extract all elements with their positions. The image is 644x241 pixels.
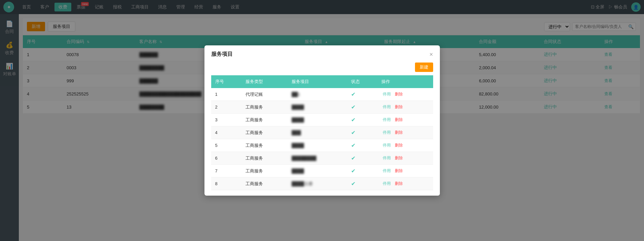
- modal-cell-item: ████: [288, 139, 347, 152]
- modal-header-row: 序号 服务类型 服务项目 状态 操作: [211, 75, 433, 88]
- stop-button[interactable]: 停用: [381, 104, 392, 110]
- modal-cell-action: 停用 删除: [377, 126, 433, 139]
- modal-col-id: 序号: [211, 75, 241, 88]
- modal-cell-id: 7: [211, 165, 241, 177]
- modal-cell-type: 工商服务: [241, 139, 288, 152]
- delete-button[interactable]: 删除: [393, 104, 404, 110]
- modal-overlay[interactable]: 服务项目 × 新建 序号 服务类型 服务项目 状态 操作 1 代理记账: [0, 0, 644, 241]
- delete-button[interactable]: 删除: [393, 130, 404, 135]
- modal-cell-action: 停用 删除: [377, 88, 433, 101]
- modal-col-item: 服务项目: [288, 75, 347, 88]
- modal-cell-action: 停用 删除: [377, 165, 433, 177]
- modal-new-button[interactable]: 新建: [415, 63, 433, 72]
- modal-cell-type: 工商服务: [241, 165, 288, 177]
- delete-button[interactable]: 删除: [393, 181, 404, 187]
- modal-cell-id: 8: [211, 177, 241, 190]
- modal-table-row: 7 工商服务 ████ ✔ 停用 删除: [211, 165, 433, 177]
- modal-col-type: 服务类型: [241, 75, 288, 88]
- modal-table-row: 5 工商服务 ████ ✔ 停用 删除: [211, 139, 433, 152]
- modal-cell-type: 代理记账: [241, 88, 288, 101]
- modal-cell-action: 停用 删除: [377, 177, 433, 190]
- modal-cell-type: 工商服务: [241, 177, 288, 190]
- modal-cell-status: ✔: [347, 126, 377, 139]
- delete-button[interactable]: 删除: [393, 155, 404, 161]
- modal-cell-id: 1: [211, 88, 241, 101]
- modal-col-action: 操作: [377, 75, 433, 88]
- modal-cell-type: 工商服务: [241, 152, 288, 165]
- modal-cell-action: 停用 删除: [377, 114, 433, 126]
- modal-table-row: 2 工商服务 ████ ✔ 停用 删除: [211, 101, 433, 114]
- modal-cell-action: 停用 删除: [377, 152, 433, 165]
- modal-cell-status: ✔: [347, 177, 377, 190]
- modal-cell-item: ████: [288, 114, 347, 126]
- delete-button[interactable]: 删除: [393, 168, 404, 174]
- delete-button[interactable]: 删除: [393, 143, 404, 148]
- modal-table-row: 6 工商服务 ████████ ✔ 停用 删除: [211, 152, 433, 165]
- modal-header: 服务项目 ×: [204, 45, 440, 61]
- modal-cell-status: ✔: [347, 114, 377, 126]
- modal-cell-type: 工商服务: [241, 101, 288, 114]
- modal-cell-status: ✔: [347, 139, 377, 152]
- modal-cell-status: ✔: [347, 101, 377, 114]
- modal-cell-item: ████: [288, 165, 347, 177]
- modal-table-row: 1 代理记账 ██1 ✔ 停用 删除: [211, 88, 433, 101]
- modal-cell-status: ✔: [347, 88, 377, 101]
- modal-cell-action: 停用 删除: [377, 101, 433, 114]
- modal-cell-action: 停用 删除: [377, 139, 433, 152]
- modal-close-button[interactable]: ×: [429, 51, 433, 57]
- modal-col-status: 状态: [347, 75, 377, 88]
- modal-cell-type: 工商服务: [241, 126, 288, 139]
- service-items-table: 序号 服务类型 服务项目 状态 操作 1 代理记账 ██1 ✔ 停用 删除 2 …: [211, 75, 433, 190]
- modal-toolbar: 新建: [204, 61, 440, 75]
- modal-cell-status: ✔: [347, 165, 377, 177]
- modal-cell-item: ████: [288, 101, 347, 114]
- stop-button[interactable]: 停用: [381, 143, 392, 148]
- service-modal: 服务项目 × 新建 序号 服务类型 服务项目 状态 操作 1 代理记账: [204, 45, 440, 196]
- stop-button[interactable]: 停用: [381, 181, 392, 187]
- modal-cell-item: ██1: [288, 88, 347, 101]
- modal-body: 序号 服务类型 服务项目 状态 操作 1 代理记账 ██1 ✔ 停用 删除 2 …: [204, 75, 440, 196]
- modal-table-row: 4 工商服务 ███ ✔ 停用 删除: [211, 126, 433, 139]
- delete-button[interactable]: 删除: [393, 117, 404, 123]
- modal-cell-id: 3: [211, 114, 241, 126]
- modal-cell-item: ████注册: [288, 177, 347, 190]
- stop-button[interactable]: 停用: [381, 130, 392, 135]
- modal-cell-id: 6: [211, 152, 241, 165]
- modal-cell-item: ████████: [288, 152, 347, 165]
- modal-cell-id: 5: [211, 139, 241, 152]
- modal-table-row: 3 工商服务 ████ ✔ 停用 删除: [211, 114, 433, 126]
- modal-cell-id: 4: [211, 126, 241, 139]
- stop-button[interactable]: 停用: [381, 155, 392, 161]
- modal-cell-status: ✔: [347, 152, 377, 165]
- modal-table-row: 8 工商服务 ████注册 ✔ 停用 删除: [211, 177, 433, 190]
- stop-button[interactable]: 停用: [381, 168, 392, 174]
- modal-cell-item: ███: [288, 126, 347, 139]
- modal-cell-id: 2: [211, 101, 241, 114]
- stop-button[interactable]: 停用: [381, 91, 392, 97]
- delete-button[interactable]: 删除: [393, 91, 404, 97]
- modal-title: 服务项目: [211, 51, 233, 58]
- stop-button[interactable]: 停用: [381, 117, 392, 123]
- modal-cell-type: 工商服务: [241, 114, 288, 126]
